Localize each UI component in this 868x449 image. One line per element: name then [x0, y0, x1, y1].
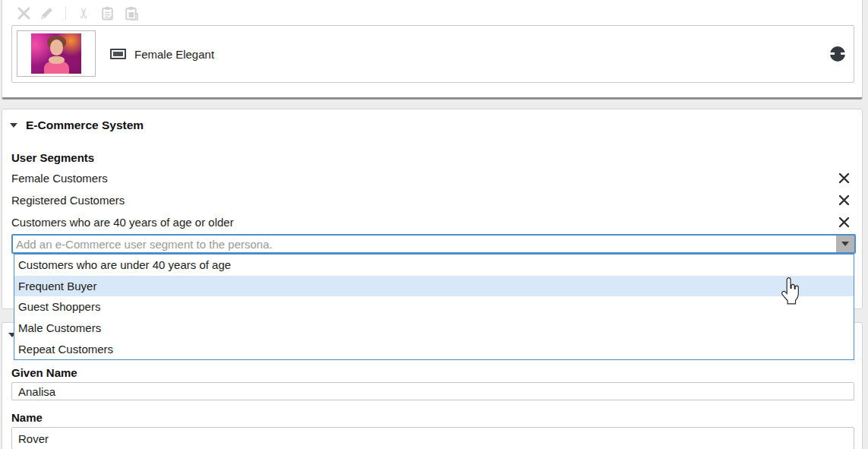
- remove-segment-icon[interactable]: [838, 217, 850, 229]
- add-segment-input[interactable]: [14, 236, 835, 252]
- dropdown-option[interactable]: Guest Shoppers: [14, 296, 854, 318]
- remove-segment-icon[interactable]: [838, 172, 850, 185]
- persona-photo: [31, 33, 81, 74]
- persona-title-row: Female Elegant: [110, 26, 214, 82]
- dropdown-option[interactable]: Male Customers: [14, 318, 854, 339]
- persona-list-panel: ✂ Female Elegant: [2, 0, 863, 100]
- dropdown-option[interactable]: Repeat Customers: [14, 338, 854, 359]
- segment-text: Female Customers: [11, 172, 108, 185]
- segment-text: Registered Customers: [11, 194, 125, 207]
- segment-dropdown-list: Customers who are under 40 years of age …: [14, 254, 854, 360]
- combobox-dropdown-button[interactable]: [836, 236, 854, 252]
- segment-list: Female Customers Registered Customers Cu…: [11, 167, 850, 233]
- persona-photo-tile: [17, 30, 96, 77]
- name-input[interactable]: [11, 427, 854, 449]
- persona-title: Female Elegant: [134, 48, 214, 61]
- given-name-label: Given Name: [11, 366, 77, 379]
- user-segments-label: User Segments: [11, 151, 94, 164]
- given-name-input[interactable]: [11, 382, 854, 400]
- dropdown-option-highlighted[interactable]: Frequent Buyer: [14, 276, 854, 297]
- persona-card[interactable]: Female Elegant: [11, 25, 854, 83]
- toolbar: ✂: [16, 5, 139, 21]
- collapse-arrow-icon: [10, 123, 17, 128]
- globe-slot-icon: [830, 46, 845, 62]
- paste-icon[interactable]: [124, 5, 139, 21]
- remove-segment-icon[interactable]: [838, 194, 850, 207]
- segment-row: Female Customers: [11, 167, 850, 189]
- segment-row: Customers who are 40 years of age or old…: [11, 211, 850, 233]
- cut-scissors-icon[interactable]: ✂: [77, 5, 92, 21]
- add-segment-combobox: [11, 234, 856, 254]
- segment-text: Customers who are 40 years of age or old…: [11, 216, 234, 229]
- chevron-down-icon: [841, 242, 849, 246]
- segment-row: Registered Customers: [11, 189, 850, 211]
- edit-pencil-icon[interactable]: [39, 5, 55, 21]
- delete-icon[interactable]: [16, 5, 31, 21]
- toolbar-divider: [65, 7, 66, 20]
- persona-editor-page: { "colors": { "focus_blue": "#4d8fcc", "…: [0, 0, 868, 449]
- dropdown-option[interactable]: Customers who are under 40 years of age: [14, 255, 854, 276]
- name-label: Name: [11, 411, 43, 424]
- banner-icon: [110, 49, 126, 59]
- section-title: E-Commerce System: [26, 119, 144, 132]
- section-header-ecommerce[interactable]: E-Commerce System: [10, 119, 144, 132]
- copy-icon[interactable]: [100, 5, 115, 21]
